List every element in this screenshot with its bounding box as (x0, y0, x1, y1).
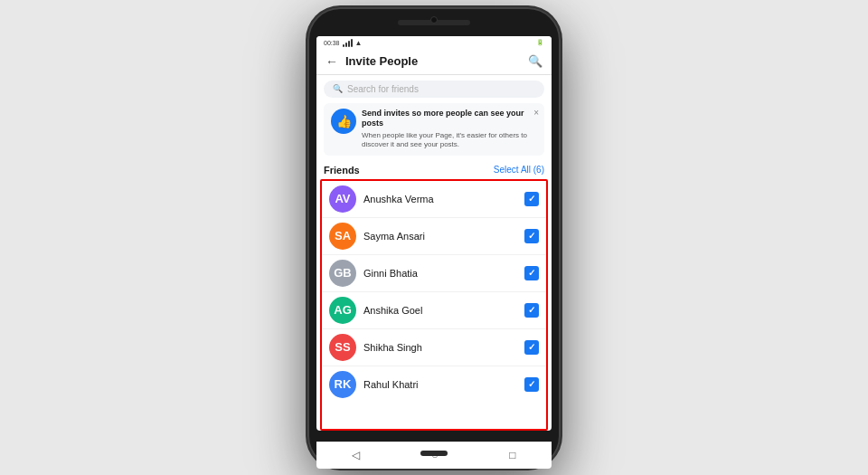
phone-home-bar (420, 451, 448, 456)
battery-icon: 🔋 (536, 39, 544, 46)
friend-checkbox[interactable] (524, 340, 539, 355)
avatar: AG (329, 297, 356, 324)
friend-checkbox[interactable] (524, 192, 539, 206)
search-bar[interactable]: 🔍 Search for friends (324, 81, 544, 98)
avatar: AV (329, 185, 356, 213)
wifi-icon: ▲ (355, 39, 363, 47)
banner-title: Send invites so more people can see your… (362, 109, 537, 129)
invite-banner: 👍 Send invites so more people can see yo… (324, 103, 544, 156)
nav-back-button[interactable]: ◁ (352, 449, 360, 461)
thumbs-up-icon: 👍 (336, 114, 352, 128)
list-item[interactable]: AVAnushka Verma (322, 181, 546, 218)
search-container: 🔍 Search for friends (316, 75, 552, 103)
list-item[interactable]: AGAnshika Goel (322, 292, 546, 329)
select-all-button[interactable]: Select All (6) (494, 165, 544, 175)
friend-name: Anushka Verma (363, 194, 517, 204)
friend-checkbox[interactable] (524, 303, 539, 318)
list-item[interactable]: SASayma Ansari (322, 218, 546, 255)
app-header: ← Invite People 🔍 (316, 49, 552, 75)
phone-screen: 00:38 ▲ 🔋 ← Invite People 🔍 🔍 (316, 36, 552, 431)
status-left: 00:38 ▲ (324, 39, 362, 47)
friend-checkbox[interactable] (524, 229, 539, 243)
friends-title: Friends (324, 165, 360, 176)
list-item[interactable]: SSShikha Singh (322, 329, 546, 366)
phone-camera (430, 16, 438, 24)
avatar: SA (329, 223, 356, 250)
phone-scene: 00:38 ▲ 🔋 ← Invite People 🔍 🔍 (307, 7, 561, 469)
banner-close-button[interactable]: × (533, 108, 539, 118)
friend-name: Anshika Goel (363, 305, 517, 316)
status-right: 🔋 (536, 39, 544, 46)
list-item[interactable]: RKRahul Khatri (322, 366, 546, 403)
status-bar: 00:38 ▲ 🔋 (316, 36, 552, 49)
search-input[interactable]: Search for friends (347, 84, 535, 94)
list-item[interactable]: GBGinni Bhatia (322, 255, 546, 292)
friend-name: Shikha Singh (363, 342, 517, 353)
back-button[interactable]: ← (326, 54, 338, 69)
friend-checkbox[interactable] (524, 377, 539, 392)
friend-name: Rahul Khatri (363, 379, 517, 390)
banner-icon: 👍 (331, 109, 356, 134)
banner-text: Send invites so more people can see your… (362, 109, 537, 150)
search-button[interactable]: 🔍 (528, 54, 542, 68)
friends-header: Friends Select All (6) (316, 161, 552, 179)
avatar: SS (329, 334, 356, 361)
page-title: Invite People (345, 54, 521, 68)
signal-icon (343, 39, 353, 47)
search-icon: 🔍 (333, 84, 343, 93)
banner-description: When people like your Page, it's easier … (362, 131, 537, 150)
status-time: 00:38 (324, 40, 340, 46)
friends-list: AVAnushka VermaSASayma AnsariGBGinni Bha… (320, 179, 548, 431)
avatar: GB (329, 260, 356, 287)
avatar: RK (329, 371, 356, 398)
nav-recent-button[interactable]: □ (509, 449, 515, 461)
friend-name: Sayma Ansari (363, 231, 517, 242)
friend-name: Ginni Bhatia (363, 268, 517, 279)
friend-checkbox[interactable] (524, 266, 539, 280)
